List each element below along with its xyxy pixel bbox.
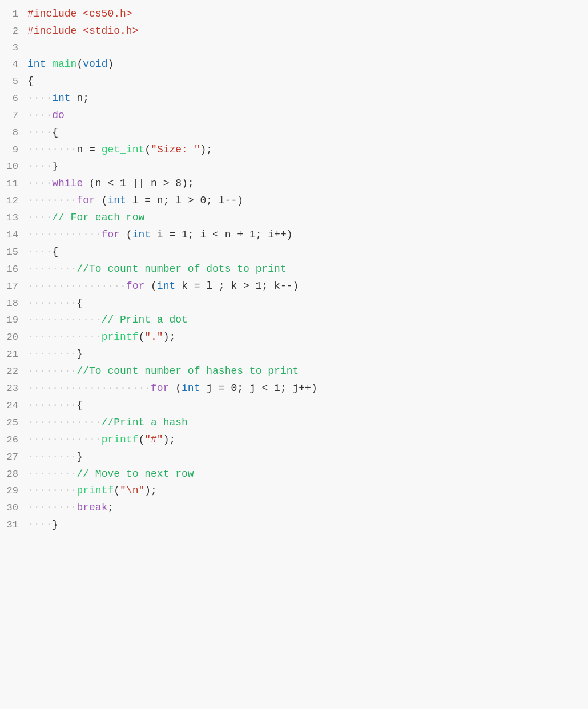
line-number: 21 bbox=[0, 347, 27, 362]
token-normal: ); bbox=[163, 331, 176, 343]
line-content: ········for (int l = n; l > 0; l--) bbox=[27, 193, 588, 209]
code-line: 24········{ bbox=[0, 397, 588, 414]
line-number: 20 bbox=[0, 330, 27, 345]
code-line: 28········// Move to next row bbox=[0, 466, 588, 483]
code-line: 16········//To count number of dots to p… bbox=[0, 261, 588, 278]
token-kw-control: break bbox=[76, 502, 107, 513]
token-normal: ( bbox=[76, 58, 83, 70]
token-kw-control: for bbox=[151, 382, 169, 394]
token-normal: ); bbox=[163, 434, 176, 445]
line-number: 30 bbox=[0, 501, 27, 515]
token-normal: } bbox=[76, 451, 83, 462]
token-dots: ···· bbox=[27, 127, 52, 138]
token-kw-func: get_int bbox=[102, 144, 145, 155]
line-number: 16 bbox=[0, 262, 27, 277]
line-content: int main(void) bbox=[27, 57, 588, 72]
code-line: 22········//To count number of hashes to… bbox=[0, 363, 588, 380]
code-line: 30········break; bbox=[0, 499, 588, 517]
token-normal: j = 0; j < i; j++) bbox=[200, 382, 317, 394]
code-line: 20············printf("."); bbox=[0, 329, 588, 346]
line-number: 19 bbox=[0, 313, 27, 328]
token-dots: ········ bbox=[27, 451, 76, 462]
token-dots: ············ bbox=[27, 434, 102, 445]
code-line: 10····} bbox=[0, 158, 588, 175]
token-normal: ( bbox=[144, 280, 157, 292]
line-number: 22 bbox=[0, 364, 27, 379]
token-kw-func: printf bbox=[76, 485, 114, 496]
token-normal: ) bbox=[107, 58, 114, 70]
line-content: ············for (int i = 1; i < n + 1; i… bbox=[27, 227, 588, 243]
token-normal: ( bbox=[95, 195, 108, 206]
code-line: 31····} bbox=[0, 517, 588, 534]
line-number: 8 bbox=[0, 126, 27, 140]
token-normal: { bbox=[76, 400, 83, 411]
line-content: ········printf("\n"); bbox=[27, 483, 588, 499]
line-content: ············// Print a dot bbox=[27, 312, 588, 328]
code-line: 8····{ bbox=[0, 124, 588, 142]
token-dots: ············ bbox=[27, 314, 102, 325]
token-preprocessor: #include <cs50.h> bbox=[27, 8, 132, 19]
line-number: 23 bbox=[0, 381, 27, 396]
code-line: 21········} bbox=[0, 346, 588, 363]
code-line: 23····················for (int j = 0; j … bbox=[0, 380, 588, 397]
code-line: 14············for (int i = 1; i < n + 1;… bbox=[0, 227, 588, 244]
token-dots: ············ bbox=[27, 331, 102, 343]
line-number: 6 bbox=[0, 91, 27, 106]
token-normal: { bbox=[27, 75, 34, 87]
line-number: 2 bbox=[0, 24, 27, 39]
line-number: 11 bbox=[0, 176, 27, 191]
line-number: 7 bbox=[0, 108, 27, 123]
token-kw-comment: // Print a dot bbox=[102, 314, 188, 325]
token-kw-type: int bbox=[132, 229, 151, 240]
line-number: 4 bbox=[0, 57, 27, 72]
token-dots: ········ bbox=[27, 263, 76, 275]
token-normal: ); bbox=[144, 485, 157, 496]
code-line: 29········printf("\n"); bbox=[0, 482, 588, 499]
token-normal: (n < 1 || n > 8); bbox=[83, 178, 194, 189]
line-number: 25 bbox=[0, 416, 27, 430]
line-content: ····{ bbox=[27, 244, 588, 260]
line-number: 5 bbox=[0, 74, 27, 89]
token-normal bbox=[46, 58, 52, 70]
token-kw-type: int bbox=[27, 58, 46, 70]
line-content: ····while (n < 1 || n > 8); bbox=[27, 176, 588, 192]
token-kw-control: do bbox=[52, 110, 65, 121]
token-dots: ···· bbox=[27, 92, 52, 104]
token-normal: { bbox=[76, 297, 83, 309]
token-dots: ···· bbox=[27, 519, 52, 530]
token-kw-func: printf bbox=[102, 331, 139, 343]
line-content: ················for (int k = l ; k > 1; … bbox=[27, 279, 588, 295]
token-kw-type: int bbox=[107, 195, 126, 206]
line-content: { bbox=[27, 74, 588, 90]
line-content: ········//To count number of hashes to p… bbox=[27, 364, 588, 380]
token-kw-comment: //To count number of hashes to print bbox=[76, 365, 299, 377]
token-kw-string: "." bbox=[144, 331, 163, 343]
line-content: ············//Print a hash bbox=[27, 415, 588, 431]
line-content: ····int n; bbox=[27, 91, 588, 107]
token-kw-control: for bbox=[76, 195, 95, 206]
token-kw-type: int bbox=[182, 382, 200, 394]
code-line: 18········{ bbox=[0, 295, 588, 312]
token-normal: i = 1; i < n + 1; i++) bbox=[151, 229, 292, 240]
code-line: 1#include <cs50.h> bbox=[0, 6, 588, 23]
token-normal: ( bbox=[138, 331, 144, 343]
line-number: 10 bbox=[0, 159, 27, 174]
line-content: ········} bbox=[27, 449, 588, 465]
line-content: ····················for (int j = 0; j < … bbox=[27, 381, 588, 397]
token-dots: ········ bbox=[27, 400, 76, 411]
code-line: 11····while (n < 1 || n > 8); bbox=[0, 175, 588, 192]
token-kw-comment: //Print a hash bbox=[102, 417, 188, 428]
code-line: 6····int n; bbox=[0, 90, 588, 107]
token-normal: ( bbox=[138, 434, 144, 445]
code-line: 2#include <stdio.h> bbox=[0, 23, 588, 40]
token-normal: } bbox=[52, 160, 58, 172]
code-line: 3 bbox=[0, 40, 588, 56]
token-kw-comment: // Move to next row bbox=[76, 468, 194, 480]
line-number: 29 bbox=[0, 484, 27, 498]
token-kw-type: int bbox=[52, 92, 70, 104]
token-kw-func: printf bbox=[102, 434, 139, 445]
token-kw-control: while bbox=[52, 178, 83, 189]
line-content: ····// For each row bbox=[27, 210, 588, 226]
line-content: #include <stdio.h> bbox=[27, 23, 588, 39]
line-content: ········{ bbox=[27, 296, 588, 312]
